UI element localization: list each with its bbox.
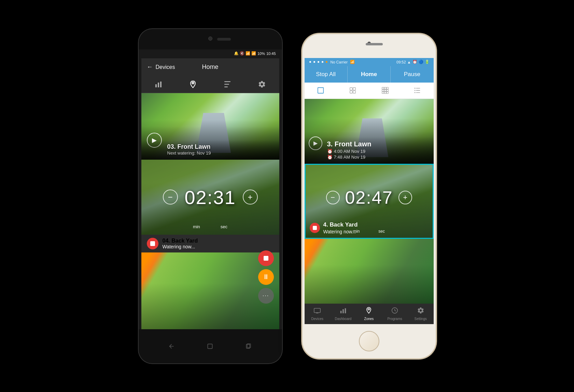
- ios-view-grid3[interactable]: [379, 84, 391, 97]
- ios-view-list[interactable]: [411, 84, 423, 97]
- ios-tab-devices[interactable]: Devices: [305, 307, 331, 321]
- svg-rect-7: [224, 87, 228, 88]
- svg-rect-22: [386, 89, 388, 91]
- ios-tab-bar: Devices Dashboard Zones: [305, 304, 434, 324]
- android-battery: 10%: [257, 52, 265, 56]
- android-float-more-btn[interactable]: ···: [258, 288, 274, 304]
- ios-view-switcher: [305, 83, 434, 99]
- svg-rect-35: [342, 309, 344, 313]
- ios-tab-devices-icon: [313, 307, 321, 316]
- ios-location: ▲: [407, 60, 411, 64]
- ios-carrier-text: No Carrier: [331, 60, 348, 64]
- svg-point-37: [368, 308, 370, 310]
- android-float-pause-btn[interactable]: ⏸: [258, 269, 274, 285]
- ios-timer-sec-label: sec: [378, 229, 385, 234]
- ios-home-button[interactable]: [359, 331, 379, 351]
- svg-rect-5: [224, 81, 230, 82]
- back-arrow[interactable]: ←: [147, 63, 153, 71]
- ios-tab-programs[interactable]: Programs: [382, 307, 408, 321]
- ios-zone2-text: 4. Back Yard Watering now...: [323, 221, 358, 234]
- ios-home-text: Home: [361, 71, 377, 78]
- android-zone1-title: 03. Front Lawn: [167, 143, 274, 150]
- svg-rect-33: [316, 313, 319, 313]
- ios-tab-programs-icon: [391, 307, 398, 316]
- android-zone-third[interactable]: [141, 252, 279, 329]
- ios-tab-zones[interactable]: Zones: [356, 307, 382, 321]
- ios-stop-all-btn[interactable]: Stop All: [305, 66, 347, 83]
- ios-home-label: Home: [347, 66, 391, 83]
- svg-rect-25: [386, 92, 388, 94]
- android-timer-plus[interactable]: +: [243, 190, 258, 205]
- ios-stop-btn-inline[interactable]: [310, 223, 320, 233]
- ios-zone1-time1: ⏰4:00 AM Nov 19: [327, 149, 428, 154]
- android-timer-sec-label: sec: [221, 224, 227, 229]
- ios-timer-time: 02:47: [345, 187, 393, 208]
- android-time: 10:45: [266, 52, 276, 56]
- ios-timer-minus[interactable]: −: [326, 191, 339, 204]
- ios-tab-dashboard[interactable]: Dashboard: [330, 307, 356, 321]
- android-title: Home: [202, 63, 218, 71]
- ios-carrier: No Carrier 📶: [309, 60, 355, 64]
- ios-view-single[interactable]: [314, 84, 327, 97]
- svg-rect-30: [415, 90, 416, 91]
- android-watering-bar: 04. Back Yard Watering now...: [141, 235, 279, 252]
- ios-zone2-title: 4. Back Yard: [323, 221, 358, 228]
- android-zone2-title: 04. Back Yard: [163, 238, 198, 244]
- android-tab-zones[interactable]: [176, 76, 210, 93]
- ios-top-bar: [303, 34, 436, 58]
- ios-status-right: 09:52 ▲ ⏰ 🔵 🔋: [396, 60, 429, 64]
- android-screen: 🔔 🔇 📶 📶 10% 10:45 ← Devices Home: [141, 49, 279, 329]
- ios-zone-front-lawn[interactable]: ▶ 3. Front Lawn ⏰4:00 AM Nov 19 ⏰7:48 AM…: [305, 99, 434, 164]
- ios-view-grid2[interactable]: [347, 84, 359, 97]
- ios-tab-devices-label: Devices: [311, 317, 324, 321]
- ios-screen: No Carrier 📶 09:52 ▲ ⏰ 🔵 🔋 Stop All Home: [305, 58, 434, 324]
- android-nav-home[interactable]: [205, 341, 215, 351]
- ios-timer-labels: min sec: [353, 229, 385, 234]
- svg-rect-34: [340, 311, 342, 313]
- svg-rect-14: [353, 88, 355, 90]
- ios-wifi-icon: 📶: [350, 60, 355, 64]
- ios-timer-plus[interactable]: +: [398, 191, 412, 204]
- svg-rect-23: [382, 92, 384, 94]
- ios-tab-zones-label: Zones: [364, 317, 374, 321]
- android-tab-settings[interactable]: [245, 76, 279, 93]
- android-phone: 🔔 🔇 📶 📶 10% 10:45 ← Devices Home: [139, 29, 282, 363]
- android-zone2-info: 04. Back Yard Watering now...: [163, 238, 198, 249]
- ios-timer-card: − 02:47 + min sec 4. Back Yard Watering …: [305, 164, 434, 239]
- ios-time: 09:52: [396, 60, 406, 64]
- ios-alarm: ⏰: [412, 60, 417, 64]
- svg-rect-18: [384, 87, 386, 89]
- svg-marker-8: [169, 344, 173, 348]
- ios-speaker: [366, 43, 383, 45]
- android-nav-back[interactable]: [166, 341, 177, 351]
- android-nav-recents[interactable]: [244, 341, 254, 351]
- android-camera: [208, 37, 212, 41]
- android-float-stop-btn[interactable]: [258, 250, 274, 266]
- ios-zone1-info: 3. Front Lawn ⏰4:00 AM Nov 19 ⏰7:48 AM N…: [305, 137, 434, 164]
- ios-stop-all-label: Stop All: [316, 71, 336, 78]
- ios-tab-programs-label: Programs: [387, 317, 402, 321]
- android-timer-time: 02:31: [184, 186, 236, 208]
- ios-status-bar: No Carrier 📶 09:52 ▲ ⏰ 🔵 🔋: [305, 58, 434, 66]
- android-zone1-subtitle: Next watering: Nov 19: [167, 150, 274, 156]
- ios-action-bar: Stop All Home Pause: [305, 66, 434, 83]
- android-status-icons: 🔔 🔇 📶 📶: [234, 51, 256, 56]
- ios-pause-btn[interactable]: Pause: [391, 66, 433, 83]
- back-label[interactable]: Devices: [156, 64, 175, 70]
- ios-tab-settings[interactable]: Settings: [408, 307, 434, 321]
- svg-rect-26: [416, 88, 420, 89]
- ios-pause-label: Pause: [404, 71, 420, 78]
- android-status-bar: 🔔 🔇 📶 📶 10% 10:45: [141, 49, 279, 58]
- svg-rect-27: [416, 90, 420, 91]
- android-tab-programs[interactable]: [210, 76, 245, 93]
- svg-rect-15: [350, 91, 352, 93]
- svg-rect-31: [415, 92, 416, 93]
- svg-rect-32: [314, 308, 320, 313]
- svg-rect-21: [384, 89, 386, 91]
- android-zone-front-lawn[interactable]: ▶ 03. Front Lawn Next watering: Nov 19: [141, 93, 279, 160]
- android-stop-btn-inline[interactable]: [147, 238, 158, 249]
- android-tab-dashboard[interactable]: [141, 76, 176, 93]
- ios-tab-settings-icon: [417, 307, 424, 316]
- android-timer-minus[interactable]: −: [163, 190, 178, 205]
- svg-point-4: [193, 83, 194, 84]
